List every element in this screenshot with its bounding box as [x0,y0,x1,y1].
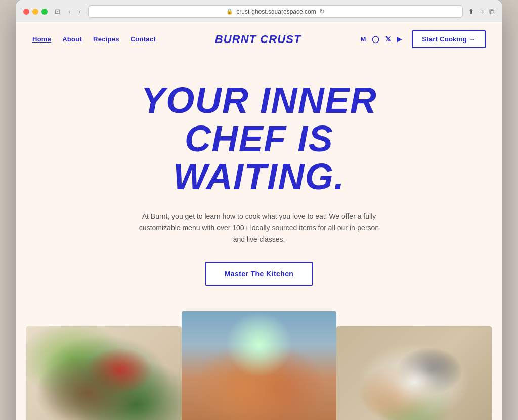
site-nav: Home About Recipes Contact BURNT CRUST M… [16,22,502,56]
social-facebook-icon[interactable]: M [360,35,366,43]
nav-left: Home About Recipes Contact [32,35,156,43]
image-grid [16,306,502,420]
browser-actions: ⬆ + ⧉ [468,7,495,16]
windows-button[interactable]: ⧉ [489,7,495,16]
browser-controls: ⊡ ‹ › [53,7,83,16]
address-bar[interactable]: 🔒 crust-ghost.squarespace.com ↻ [88,5,463,18]
nav-about[interactable]: About [62,35,82,43]
hero-title-line3: WAITING. [173,156,345,197]
nav-home[interactable]: Home [32,35,51,43]
hero-section: YOUR INNER CHEF IS WAITING. At Burnt, yo… [16,56,502,306]
hero-title-line1: YOUR INNER [141,80,377,120]
nav-cta-button[interactable]: Start Cooking → [412,30,486,48]
fullscreen-button[interactable] [41,9,48,15]
nav-social: M ◯ 𝕏 ▶ [360,35,402,43]
url-text: crust-ghost.squarespace.com [236,8,316,15]
share-button[interactable]: ⬆ [468,7,474,16]
close-button[interactable] [23,9,29,15]
social-youtube-icon[interactable]: ▶ [397,35,402,43]
image-dish [336,326,492,420]
nav-back-button[interactable]: ‹ [66,7,72,16]
traffic-lights [23,9,48,15]
lock-icon: 🔒 [226,8,233,15]
nav-contact[interactable]: Contact [131,35,156,43]
nav-brand[interactable]: BURNT CRUST [156,33,360,46]
hero-title-line2: CHEF IS [185,118,333,159]
hero-title: YOUR INNER CHEF IS WAITING. [57,81,461,196]
new-tab-button[interactable]: + [480,7,484,16]
hero-cta-button[interactable]: Master The Kitchen [205,262,313,286]
window-icon[interactable]: ⊡ [53,7,62,16]
browser-chrome: ⊡ ‹ › 🔒 crust-ghost.squarespace.com ↻ ⬆ … [16,0,502,22]
minimize-button[interactable] [32,9,38,15]
social-instagram-icon[interactable]: ◯ [372,35,379,43]
nav-forward-button[interactable]: › [76,7,82,16]
social-twitter-icon[interactable]: 𝕏 [385,35,391,43]
image-cocktails [182,311,337,420]
image-salad [26,326,182,420]
hero-subtitle: At Burnt, you get to learn how to cook w… [138,211,380,245]
refresh-icon[interactable]: ↻ [319,8,325,15]
browser-window: ⊡ ‹ › 🔒 crust-ghost.squarespace.com ↻ ⬆ … [16,0,502,420]
nav-recipes[interactable]: Recipes [93,35,119,43]
site-content: Home About Recipes Contact BURNT CRUST M… [16,22,502,420]
